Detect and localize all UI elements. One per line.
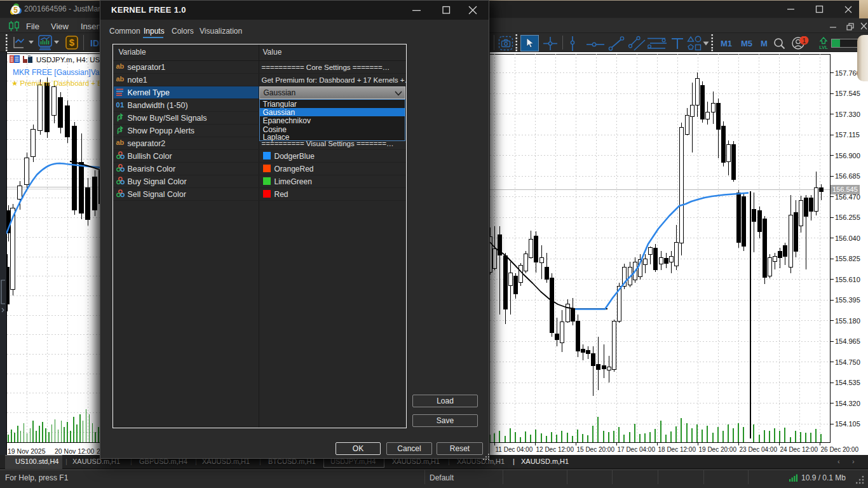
svg-text:1: 1 [802, 37, 806, 44]
svg-text:5: 5 [13, 6, 18, 15]
svg-text:LVL: LVL [819, 44, 828, 50]
svg-text:$: $ [69, 37, 75, 48]
